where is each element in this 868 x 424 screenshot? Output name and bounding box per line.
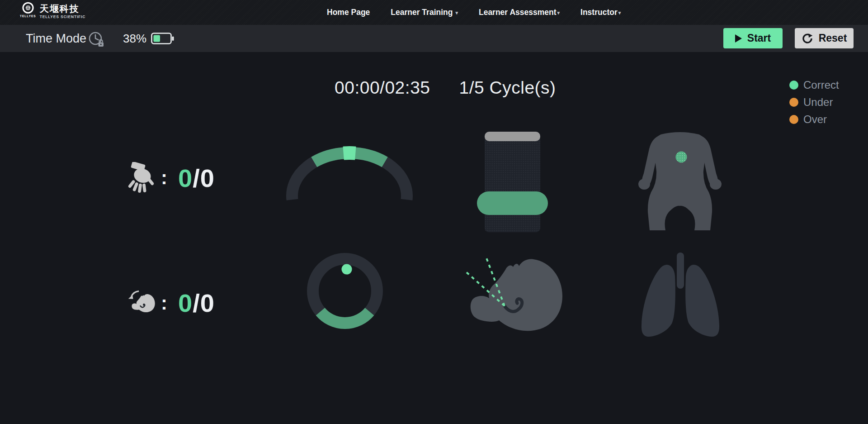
- over-dot-icon: [789, 115, 798, 124]
- main-nav: Home Page Learner Training ▾ Learner Ass…: [327, 0, 621, 25]
- tellyes-globe-icon: [21, 2, 35, 15]
- nav-item-label: Learner Assessment: [479, 8, 557, 17]
- brand-name-en: TELLYES SCIENTIFIC: [40, 14, 85, 19]
- reset-button[interactable]: Reset: [795, 28, 854, 48]
- start-button[interactable]: Start: [723, 28, 783, 48]
- correct-dot-icon: [789, 81, 798, 90]
- cycle-counter: 1/5 Cycle(s): [459, 78, 556, 98]
- legend-item-over: Over: [789, 114, 839, 125]
- nav-item-label: Instructor: [580, 8, 618, 17]
- start-button-label: Start: [747, 32, 771, 44]
- nav-item-label: Home Page: [327, 8, 370, 17]
- top-navbar: TELLYES 天堰科技 TELLYES SCIENTIFIC Home Pag…: [0, 0, 868, 25]
- reset-button-label: Reset: [819, 32, 847, 44]
- hand-position-target: [676, 152, 687, 163]
- ventilation-count-current: 0: [178, 288, 193, 318]
- piston-cap: [485, 132, 540, 141]
- legend-item-under: Under: [789, 96, 839, 108]
- session-status: 00:00/02:35 1/5 Cycle(s): [335, 78, 556, 98]
- nav-item-learner-assessment[interactable]: Learner Assessment ▾: [479, 8, 560, 17]
- result-legend: Correct Under Over: [789, 79, 839, 131]
- play-icon: [735, 34, 742, 43]
- torso-figure: [632, 128, 728, 231]
- nav-item-label: Learner Training: [391, 8, 453, 17]
- head-tilt-icon: [126, 290, 156, 317]
- volume-marker-dot: [342, 264, 352, 275]
- battery-icon: [151, 33, 175, 45]
- compression-count-current: 0: [178, 163, 193, 193]
- logo-mark: TELLYES: [20, 2, 36, 18]
- under-dot-icon: [789, 98, 798, 107]
- compression-depth-gauge: [284, 144, 415, 207]
- brand-name-cn: 天堰科技: [40, 3, 85, 14]
- clock-lock-icon[interactable]: [87, 30, 105, 48]
- logo-mark-label: TELLYES: [20, 14, 36, 18]
- nav-item-home-page[interactable]: Home Page: [327, 8, 370, 17]
- reset-icon: [802, 33, 813, 44]
- legend-item-correct: Correct: [789, 79, 839, 91]
- legend-label: Correct: [803, 79, 839, 91]
- hand-icon: [127, 162, 156, 194]
- cpr-dashboard: 00:00/02:35 1/5 Cycle(s) Correct Under O…: [0, 52, 868, 424]
- battery-percent: 38%: [123, 32, 146, 46]
- chevron-down-icon: ▾: [618, 10, 621, 16]
- compression-counter: : 0 /0: [127, 162, 215, 194]
- target-volume-band: [321, 312, 370, 323]
- piston-column: [485, 132, 540, 232]
- colon-separator: :: [161, 167, 167, 189]
- battery-indicator: 38%: [123, 25, 175, 52]
- chevron-down-icon: ▾: [455, 10, 458, 16]
- time-mode-label: Time Mode: [26, 32, 86, 46]
- legend-label: Under: [803, 96, 833, 109]
- session-timer: 00:00/02:35: [335, 78, 430, 98]
- time-mode-indicator: Time Mode: [26, 25, 105, 52]
- nav-item-instructor[interactable]: Instructor ▾: [580, 8, 621, 17]
- control-toolbar: Time Mode 38% Start Reset: [0, 25, 868, 52]
- colon-separator: :: [161, 292, 167, 314]
- compression-piston-indicator: [485, 132, 540, 232]
- ventilation-counter: : 0 /0: [126, 288, 215, 318]
- brand-logo[interactable]: TELLYES 天堰科技 TELLYES SCIENTIFIC: [20, 2, 85, 19]
- head-tilt-figure: [462, 250, 565, 344]
- legend-label: Over: [803, 113, 827, 126]
- ventilation-count-total: /0: [193, 288, 215, 318]
- nav-item-learner-training[interactable]: Learner Training ▾: [391, 8, 458, 17]
- compression-count-total: /0: [193, 163, 215, 193]
- lungs-icon: [635, 250, 726, 346]
- chevron-down-icon: ▾: [557, 10, 560, 16]
- depth-marker: [344, 153, 356, 153]
- piston-target-band: [477, 191, 548, 215]
- ventilation-volume-gauge: [304, 250, 386, 332]
